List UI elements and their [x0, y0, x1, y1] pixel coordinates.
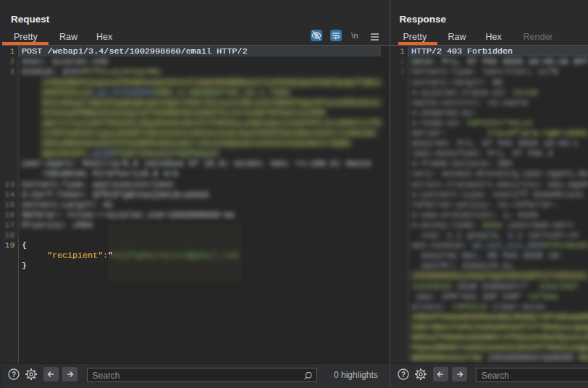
svg-text:?: ? — [400, 371, 405, 379]
svg-text:?: ? — [12, 371, 16, 379]
